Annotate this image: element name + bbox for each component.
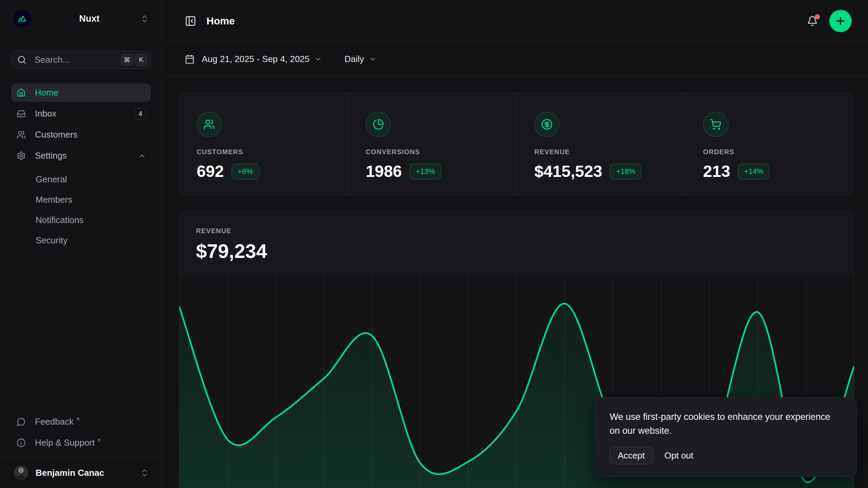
kbd-cmd: ⌘ [121, 54, 133, 66]
stat-label: REVENUE [534, 148, 672, 156]
sidebar-item-label: Home [35, 87, 146, 98]
user-menu[interactable]: Benjamin Canac [11, 458, 151, 488]
circle-dollar-icon [534, 112, 559, 137]
stat-card-revenue[interactable]: REVENUE $415,523 +18% [517, 93, 686, 195]
avatar [14, 466, 28, 480]
info-circle-icon [17, 438, 26, 447]
stat-value: 213 [703, 162, 730, 181]
shopping-cart-icon [703, 112, 728, 137]
stat-label: CUSTOMERS [197, 148, 335, 156]
notification-dot [815, 14, 820, 19]
chevrons-up-down-icon [140, 468, 149, 477]
users-icon [197, 112, 222, 137]
chevron-down-icon [369, 55, 377, 63]
sidebar-nav: Home Inbox 4 Customers Settings Ge [11, 84, 151, 249]
stat-delta-badge: +14% [738, 164, 770, 179]
optout-cookies-button[interactable]: Opt out [665, 450, 693, 461]
stat-value: $415,523 [534, 162, 602, 181]
feedback-label: Feedback [35, 416, 74, 427]
sidebar-spacer [11, 249, 151, 413]
sidebar-item-label: Inbox [35, 108, 135, 119]
stat-card-conversions[interactable]: CONVERSIONS 1986 +13% [348, 93, 517, 195]
sidebar-subitem-notifications[interactable]: Notifications [11, 211, 151, 229]
stat-card-orders[interactable]: ORDERS 213 +14% [686, 93, 854, 195]
workspace-switcher[interactable]: Nuxt [11, 7, 151, 30]
filters-toolbar: Aug 21, 2025 - Sep 4, 2025 Daily [162, 42, 868, 76]
search-input[interactable]: ⌘ K [11, 51, 151, 69]
sidebar: Nuxt ⌘ K Home Inbox 4 [0, 0, 162, 488]
feedback-link[interactable]: Feedback [11, 413, 151, 431]
revenue-chart-label: REVENUE [196, 227, 837, 235]
stat-label: CONVERSIONS [366, 148, 504, 156]
stats-panel: CUSTOMERS 692 +6% CONVERSIONS 1986 +13% [179, 93, 854, 195]
sidebar-item-customers[interactable]: Customers [11, 126, 151, 144]
sidebar-subitem-members[interactable]: Members [11, 191, 151, 208]
help-support-label: Help & Support [35, 438, 95, 448]
sidebar-subitem-security[interactable]: Security [11, 232, 151, 249]
external-link-icon [75, 416, 81, 422]
accept-cookies-button[interactable]: Accept [610, 447, 653, 464]
inbox-count-badge: 4 [135, 108, 146, 120]
settings-subnav: General Members Notifications Security [11, 171, 151, 249]
revenue-chart-value: $79,234 [196, 240, 837, 262]
sidebar-item-label: Customers [35, 129, 146, 140]
stat-label: ORDERS [703, 148, 841, 156]
stat-value: 692 [197, 162, 224, 181]
page-header: Home [162, 0, 868, 42]
external-link-icon [96, 438, 102, 443]
user-name: Benjamin Canac [36, 468, 140, 478]
main-area: Home Aug 21, 2025 - Sep 4, 2025 Daily [162, 0, 868, 488]
stat-delta-badge: +6% [232, 164, 259, 179]
chevron-up-icon [138, 152, 146, 160]
workspace-name: Nuxt [39, 14, 140, 24]
pie-chart-icon [366, 112, 391, 137]
granularity-select[interactable]: Daily [344, 54, 377, 64]
sidebar-item-home[interactable]: Home [11, 84, 151, 102]
plus-icon [835, 15, 846, 27]
stat-card-customers[interactable]: CUSTOMERS 692 +6% [179, 93, 348, 195]
sidebar-item-inbox[interactable]: Inbox 4 [11, 105, 151, 123]
stat-value: 1986 [366, 162, 402, 181]
users-icon [17, 130, 26, 139]
chat-bubble-icon [17, 417, 26, 426]
search-field[interactable] [35, 55, 119, 65]
stat-delta-badge: +13% [410, 164, 441, 179]
chevrons-up-down-icon [140, 14, 149, 23]
chevron-down-icon [314, 55, 322, 63]
sidebar-footer-nav: Feedback Help & Support [11, 413, 151, 457]
home-icon [17, 88, 26, 97]
help-support-link[interactable]: Help & Support [11, 434, 151, 452]
inbox-icon [17, 109, 26, 118]
nuxt-logo-icon [13, 9, 31, 28]
calendar-icon [185, 54, 195, 64]
page-title: Home [206, 15, 805, 27]
sidebar-subitem-general[interactable]: General [11, 171, 151, 188]
sidebar-item-settings[interactable]: Settings [11, 147, 151, 165]
granularity-label: Daily [344, 54, 364, 64]
date-range-picker[interactable]: Aug 21, 2025 - Sep 4, 2025 [185, 54, 322, 64]
stat-delta-badge: +18% [610, 164, 642, 179]
search-icon [17, 55, 26, 64]
cookie-banner: We use first-party cookies to enhance yo… [596, 397, 857, 477]
cookie-message: We use first-party cookies to enhance yo… [610, 410, 843, 438]
notifications-button[interactable] [805, 14, 820, 28]
add-button[interactable] [829, 10, 852, 32]
gear-icon [17, 151, 26, 160]
date-range-label: Aug 21, 2025 - Sep 4, 2025 [202, 54, 310, 64]
sidebar-item-label: Settings [35, 150, 138, 161]
collapse-sidebar-button[interactable] [185, 15, 196, 27]
kbd-k: K [135, 54, 147, 66]
